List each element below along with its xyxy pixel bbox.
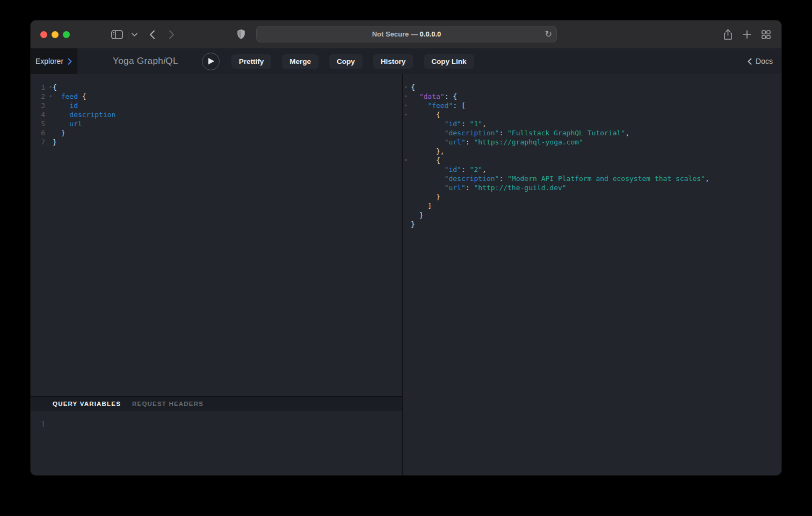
code-token: "data" (419, 92, 445, 100)
code-text: "url": "http://the-guild.dev" (411, 183, 567, 192)
tab-query-variables[interactable]: QUERY VARIABLES (53, 401, 121, 407)
gutter (403, 174, 411, 183)
close-window-button[interactable] (40, 31, 47, 38)
code-text: url (53, 119, 82, 128)
line-number: 6 (41, 128, 45, 137)
code-text: { (53, 83, 57, 92)
back-button-icon[interactable] (149, 30, 155, 39)
reload-icon[interactable]: ↻ (545, 26, 552, 42)
tab-overview-icon[interactable] (762, 30, 771, 39)
code-text: "url": "https://graphql-yoga.com" (411, 137, 583, 147)
gutter (403, 147, 411, 156)
copy-button[interactable]: Copy (329, 54, 363, 69)
copy-link-button[interactable]: Copy Link (424, 54, 474, 69)
address-bar[interactable]: Not Secure — 0.0.0.0 ↻ (256, 26, 557, 42)
url-security-label: Not Secure — (372, 30, 420, 38)
code-line: "url": "https://graphql-yoga.com" (403, 137, 781, 147)
sidebar-icon[interactable] (111, 30, 123, 39)
explorer-toggle[interactable]: Explorer (31, 48, 77, 74)
code-line: ▾{ (403, 83, 781, 92)
fold-arrow-icon[interactable]: ▾ (49, 92, 52, 101)
gutter: 3 (31, 101, 53, 110)
code-token (411, 184, 445, 192)
code-text: "feed": [ (411, 101, 466, 110)
code-line: "id": "2", (403, 165, 781, 174)
code-token: "description" (445, 175, 499, 183)
tab-request-headers[interactable]: REQUEST HEADERS (132, 401, 204, 407)
line-number: 2 (41, 92, 45, 101)
code-line: 5 url (31, 119, 402, 128)
code-token: } (411, 211, 423, 219)
gutter: ▾ (403, 156, 411, 165)
share-icon[interactable] (723, 29, 733, 40)
browser-nav-group (111, 20, 175, 48)
browser-titlebar: Not Secure — 0.0.0.0 ↻ (31, 20, 781, 48)
privacy-shield-icon[interactable] (237, 29, 245, 40)
code-token: "id" (445, 165, 461, 173)
code-token: "Modern API Platform and ecosystem that … (508, 175, 705, 183)
execute-query-button[interactable] (202, 53, 220, 70)
play-icon (208, 58, 214, 64)
fold-arrow-icon[interactable]: ▾ (404, 110, 407, 119)
code-line: 4 description (31, 110, 402, 119)
new-tab-icon[interactable] (743, 30, 751, 39)
code-text: description (53, 110, 115, 119)
code-line: }, (403, 147, 781, 156)
code-text: { (411, 110, 440, 119)
code-text: }, (411, 147, 445, 156)
gutter: 5 (31, 119, 53, 128)
code-line: 3 id (31, 101, 402, 110)
code-token (411, 92, 419, 100)
code-token: : (466, 138, 474, 146)
gutter (403, 165, 411, 174)
variables-editor[interactable]: 1 (31, 411, 402, 475)
code-token: "1" (470, 120, 482, 128)
left-pane: 1▾{2▾ feed {3 id4 description5 url6 }7} … (31, 74, 402, 475)
gutter: ▾ (403, 101, 411, 110)
code-token: ] (411, 202, 432, 210)
minimize-window-button[interactable] (52, 31, 59, 38)
code-text: "id": "2", (411, 165, 487, 174)
code-text: { (411, 156, 440, 165)
code-text: } (411, 192, 440, 201)
code-line: "description": "Fullstack GraphQL Tutori… (403, 128, 781, 137)
code-line: } (403, 220, 781, 229)
code-token (411, 120, 445, 128)
zoom-window-button[interactable] (63, 31, 70, 38)
fold-arrow-icon[interactable]: ▾ (49, 83, 52, 92)
query-editor[interactable]: 1▾{2▾ feed {3 id4 description5 url6 }7} (31, 74, 402, 396)
url-host: 0.0.0.0 (420, 30, 441, 38)
docs-toggle[interactable]: Docs (748, 57, 773, 66)
gutter (403, 201, 411, 210)
line-number: 1 (41, 419, 45, 428)
merge-button[interactable]: Merge (282, 54, 318, 69)
code-line: 2▾ feed { (31, 92, 402, 101)
explorer-chevron-right-icon (68, 58, 72, 65)
code-token (411, 165, 445, 173)
code-token (411, 175, 445, 183)
history-button[interactable]: History (373, 54, 414, 69)
code-token: "url" (445, 138, 466, 146)
gutter (403, 128, 411, 137)
gutter: 4 (31, 110, 53, 119)
sidebar-chevron-down-icon[interactable] (132, 33, 137, 37)
code-text: } (411, 220, 415, 229)
line-number: 1 (41, 83, 45, 92)
browser-window: Not Secure — 0.0.0.0 ↻ (31, 20, 781, 475)
graphiql-main: 1▾{2▾ feed {3 id4 description5 url6 }7} … (31, 74, 781, 475)
gutter (403, 220, 411, 229)
gutter: 7 (31, 137, 53, 147)
code-token: { (411, 111, 440, 119)
fold-arrow-icon[interactable]: ▾ (404, 101, 407, 110)
code-text: ] (411, 201, 432, 210)
prettify-button[interactable]: Prettify (231, 54, 272, 69)
code-text: } (53, 137, 57, 147)
fold-arrow-icon[interactable]: ▾ (404, 156, 407, 165)
traffic-lights (40, 20, 70, 48)
code-line: ▾ { (403, 110, 781, 119)
fold-arrow-icon[interactable]: ▾ (404, 83, 407, 92)
fold-arrow-icon[interactable]: ▾ (404, 92, 407, 101)
code-token: : (499, 175, 508, 183)
forward-button-icon[interactable] (169, 30, 175, 39)
code-line: ] (403, 201, 781, 210)
